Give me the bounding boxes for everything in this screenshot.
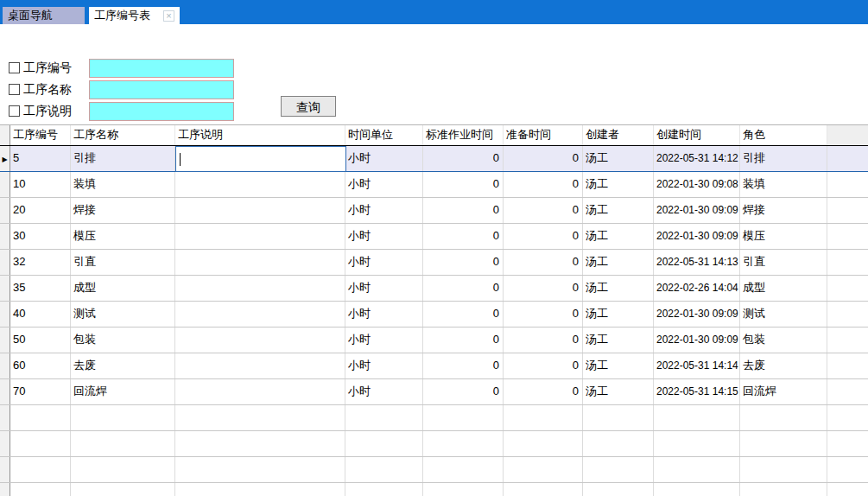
cell-process-code[interactable]: 35 [10,276,71,301]
empty-row[interactable] [0,431,868,457]
cell-time-unit[interactable]: 小时 [345,146,423,171]
row-selector-cell[interactable] [0,457,10,482]
cell-creator[interactable]: 汤工 [583,172,654,197]
process-code-checkbox[interactable] [9,62,20,73]
cell-role[interactable]: 引排 [740,146,827,171]
table-row[interactable]: ▶ 5 引排 小时 0 0 汤工 2022-05-31 14:12 引排 [0,146,868,172]
cell-process-desc[interactable] [175,172,345,197]
table-row[interactable]: 32 引直 小时 0 0 汤工 2022-05-31 14:13 引直 [0,250,868,276]
cell-std-time[interactable]: 0 [423,224,504,249]
cell-creator[interactable]: 汤工 [583,146,654,171]
close-icon[interactable]: × [163,10,174,22]
cell-std-time[interactable]: 0 [423,276,504,301]
row-selector-cell[interactable] [0,405,10,430]
empty-row[interactable] [0,405,868,431]
cell-created-time[interactable]: 2022-01-30 09:09 [654,198,740,223]
cell-std-time[interactable]: 0 [423,250,504,275]
cell-process-desc[interactable] [175,198,345,223]
cell-process-name[interactable]: 回流焊 [71,379,175,404]
cell-time-unit[interactable]: 小时 [345,250,423,275]
cell-process-desc[interactable] [175,379,345,404]
cell-process-name[interactable]: 成型 [71,276,175,301]
cell-role[interactable]: 模压 [740,224,827,249]
cell-prep-time[interactable]: 0 [504,250,583,275]
cell-std-time[interactable]: 0 [423,327,504,353]
cell-role[interactable]: 包装 [740,327,827,353]
header-std-time[interactable]: 标准作业时间 [423,125,504,145]
row-selector-cell[interactable] [0,353,10,378]
cell-prep-time[interactable]: 0 [504,327,583,353]
cell-process-name[interactable]: 去废 [71,353,175,378]
cell-process-desc[interactable] [175,276,345,301]
cell-process-code[interactable]: 20 [10,198,71,223]
cell-role[interactable]: 焊接 [740,198,827,223]
cell-process-desc[interactable] [175,302,345,327]
cell-process-code[interactable]: 10 [10,172,71,197]
cell-role[interactable]: 引直 [740,250,827,275]
header-created-time[interactable]: 创建时间 [654,125,740,145]
table-row[interactable]: 35 成型 小时 0 0 汤工 2022-02-26 14:04 成型 [0,276,868,302]
header-process-desc[interactable]: 工序说明 [175,125,345,145]
cell-prep-time[interactable]: 0 [504,146,583,171]
header-role[interactable]: 角色 [740,125,827,145]
cell-created-time[interactable]: 2022-01-30 09:09 [654,224,740,249]
row-selector-cell[interactable] [0,483,10,496]
cell-creator[interactable]: 汤工 [583,353,654,378]
row-selector-cell[interactable] [0,172,10,197]
cell-process-name[interactable]: 装填 [71,172,175,197]
cell-created-time[interactable]: 2022-02-26 14:04 [654,276,740,301]
cell-created-time[interactable]: 2022-01-30 09:09 [654,327,740,353]
cell-process-name[interactable]: 引排 [71,146,175,171]
cell-process-name[interactable]: 焊接 [71,198,175,223]
header-time-unit[interactable]: 时间单位 [345,125,423,145]
row-selector-cell[interactable] [0,431,10,456]
cell-created-time[interactable]: 2022-05-31 14:14 [654,353,740,378]
cell-creator[interactable]: 汤工 [583,327,654,353]
cell-process-desc[interactable] [175,224,345,249]
cell-prep-time[interactable]: 0 [504,172,583,197]
cell-time-unit[interactable]: 小时 [345,302,423,327]
row-selector-cell[interactable] [0,250,10,275]
cell-std-time[interactable]: 0 [423,353,504,378]
row-selector-cell[interactable] [0,379,10,404]
process-code-input[interactable] [89,59,234,78]
row-selector-cell[interactable]: ▶ [0,146,10,171]
desc-cell-editor[interactable] [175,146,346,172]
cell-time-unit[interactable]: 小时 [345,198,423,223]
cell-time-unit[interactable]: 小时 [345,379,423,404]
tab-desktop-nav[interactable]: 桌面导航 [3,7,85,24]
header-process-code[interactable]: 工序编号 [10,125,71,145]
cell-prep-time[interactable]: 0 [504,302,583,327]
table-row[interactable]: 60 去废 小时 0 0 汤工 2022-05-31 14:14 去废 [0,353,868,379]
process-desc-input[interactable] [89,102,234,121]
cell-time-unit[interactable]: 小时 [345,172,423,197]
empty-row[interactable] [0,483,868,496]
cell-role[interactable]: 回流焊 [740,379,827,404]
row-selector-cell[interactable] [0,198,10,223]
cell-prep-time[interactable]: 0 [504,276,583,301]
cell-process-desc[interactable] [175,353,345,378]
empty-row[interactable] [0,457,868,483]
cell-process-name[interactable]: 包装 [71,327,175,353]
cell-process-code[interactable]: 60 [10,353,71,378]
cell-creator[interactable]: 汤工 [583,276,654,301]
cell-process-desc[interactable] [175,250,345,275]
row-selector-cell[interactable] [0,302,10,327]
table-row[interactable]: 30 模压 小时 0 0 汤工 2022-01-30 09:09 模压 [0,224,868,250]
table-row[interactable]: 50 包装 小时 0 0 汤工 2022-01-30 09:09 包装 [0,327,868,353]
cell-prep-time[interactable]: 0 [504,353,583,378]
cell-process-name[interactable]: 模压 [71,224,175,249]
cell-created-time[interactable]: 2022-01-30 09:08 [654,172,740,197]
cell-time-unit[interactable]: 小时 [345,276,423,301]
cell-process-code[interactable]: 70 [10,379,71,404]
cell-process-name[interactable]: 引直 [71,250,175,275]
cell-std-time[interactable]: 0 [423,172,504,197]
header-process-name[interactable]: 工序名称 [71,125,175,145]
cell-process-code[interactable]: 32 [10,250,71,275]
header-prep-time[interactable]: 准备时间 [504,125,583,145]
cell-prep-time[interactable]: 0 [504,224,583,249]
process-name-checkbox[interactable] [9,84,20,95]
process-desc-checkbox[interactable] [9,105,20,117]
row-selector-cell[interactable] [0,276,10,301]
cell-process-code[interactable]: 30 [10,224,71,249]
